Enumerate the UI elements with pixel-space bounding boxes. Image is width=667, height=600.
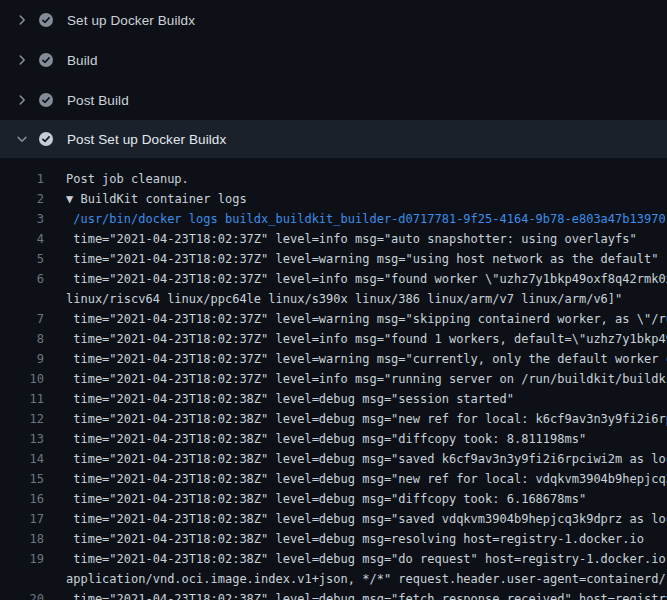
line-number[interactable]: 7 [0,309,44,329]
line-number[interactable]: 11 [0,389,44,409]
step-title: Set up Docker Buildx [67,13,195,28]
check-circle-icon [38,131,54,147]
log-text: time="2021-04-23T18:02:38Z" level=debug … [66,509,667,529]
log-line-wrap: linux/riscv64 linux/ppc64le linux/s390x … [0,289,667,309]
log-text: Post job cleanup. [66,169,667,189]
log-text: time="2021-04-23T18:02:37Z" level=warnin… [66,349,667,369]
line-number[interactable]: 8 [0,329,44,349]
line-number[interactable]: 9 [0,349,44,369]
step-list: Set up Docker BuildxBuildPost BuildPost … [0,0,667,158]
log-line: 20 time="2021-04-23T18:02:38Z" level=deb… [0,589,667,600]
line-number[interactable]: 20 [0,589,44,600]
log-text: time="2021-04-23T18:02:37Z" level=info m… [66,229,667,249]
log-line: 1Post job cleanup. [0,169,667,189]
log-text: time="2021-04-23T18:02:38Z" level=debug … [66,429,667,449]
log-line: 10 time="2021-04-23T18:02:37Z" level=inf… [0,369,667,389]
log-text: application/vnd.oci.image.index.v1+json,… [66,569,667,589]
log-text: time="2021-04-23T18:02:38Z" level=debug … [66,469,667,489]
log-text: time="2021-04-23T18:02:38Z" level=debug … [66,389,667,409]
line-number[interactable]: 15 [0,469,44,489]
step-header-post-set-up-docker-buildx[interactable]: Post Set up Docker Buildx [0,120,667,158]
step-header-post-build[interactable]: Post Build [0,80,667,120]
check-circle-icon [38,92,54,108]
line-number[interactable]: 14 [0,449,44,469]
line-number[interactable]: 10 [0,369,44,389]
log-line: 13 time="2021-04-23T18:02:38Z" level=deb… [0,429,667,449]
log-line: 6 time="2021-04-23T18:02:37Z" level=info… [0,269,667,289]
chevron-right-icon[interactable] [14,12,30,28]
log-line: 17 time="2021-04-23T18:02:38Z" level=deb… [0,509,667,529]
line-number[interactable]: 3 [0,209,44,229]
log-text: linux/riscv64 linux/ppc64le linux/s390x … [66,289,667,309]
log-line: 9 time="2021-04-23T18:02:37Z" level=warn… [0,349,667,369]
log-text: time="2021-04-23T18:02:38Z" level=debug … [66,549,667,569]
line-number [0,289,44,309]
log-line: 16 time="2021-04-23T18:02:38Z" level=deb… [0,489,667,509]
log-line-wrap: application/vnd.oci.image.index.v1+json,… [0,569,667,589]
step-title: Build [67,53,98,68]
chevron-right-icon[interactable] [14,92,30,108]
log-lines: 1Post job cleanup.2▼ BuildKit container … [0,169,667,600]
log-line: 18 time="2021-04-23T18:02:38Z" level=deb… [0,529,667,549]
log-line: 4 time="2021-04-23T18:02:37Z" level=info… [0,229,667,249]
line-number[interactable]: 1 [0,169,44,189]
line-number[interactable]: 19 [0,549,44,569]
log-line: 14 time="2021-04-23T18:02:38Z" level=deb… [0,449,667,469]
chevron-right-icon[interactable] [14,52,30,68]
chevron-down-icon[interactable] [14,131,30,147]
step-title: Post Set up Docker Buildx [67,132,226,147]
log-text: time="2021-04-23T18:02:38Z" level=debug … [66,529,667,549]
check-circle-icon [38,52,54,68]
log-line: 19 time="2021-04-23T18:02:38Z" level=deb… [0,549,667,569]
line-number[interactable]: 4 [0,229,44,249]
line-number[interactable]: 5 [0,249,44,269]
log-container: 1Post job cleanup.2▼ BuildKit container … [0,158,667,600]
step-title: Post Build [67,93,129,108]
log-text: time="2021-04-23T18:02:37Z" level=info m… [66,269,667,289]
line-number[interactable]: 2 [0,189,44,209]
line-number[interactable]: 16 [0,489,44,509]
log-command-text: /usr/bin/docker logs buildx_buildkit_bui… [66,209,667,229]
log-text: time="2021-04-23T18:02:37Z" level=info m… [66,329,667,349]
log-line: 8 time="2021-04-23T18:02:37Z" level=info… [0,329,667,349]
log-text: time="2021-04-23T18:02:37Z" level=warnin… [66,249,667,269]
log-line: 15 time="2021-04-23T18:02:38Z" level=deb… [0,469,667,489]
log-group-header[interactable]: ▼ BuildKit container logs [66,189,667,209]
log-line: 11 time="2021-04-23T18:02:38Z" level=deb… [0,389,667,409]
log-text: time="2021-04-23T18:02:38Z" level=debug … [66,589,667,600]
line-number[interactable]: 17 [0,509,44,529]
log-line: 7 time="2021-04-23T18:02:37Z" level=warn… [0,309,667,329]
line-number[interactable]: 18 [0,529,44,549]
log-line: 5 time="2021-04-23T18:02:37Z" level=warn… [0,249,667,269]
line-number[interactable]: 6 [0,269,44,289]
log-text: time="2021-04-23T18:02:37Z" level=warnin… [66,309,667,329]
line-number[interactable]: 13 [0,429,44,449]
step-header-build[interactable]: Build [0,40,667,80]
log-text: time="2021-04-23T18:02:38Z" level=debug … [66,489,667,509]
line-number[interactable]: 12 [0,409,44,429]
log-line: 3 /usr/bin/docker logs buildx_buildkit_b… [0,209,667,229]
line-number [0,569,44,589]
step-header-set-up-docker-buildx[interactable]: Set up Docker Buildx [0,0,667,40]
log-text: time="2021-04-23T18:02:37Z" level=info m… [66,369,667,389]
log-line: 2▼ BuildKit container logs [0,189,667,209]
log-text: time="2021-04-23T18:02:38Z" level=debug … [66,409,667,429]
check-circle-icon [38,12,54,28]
log-text: time="2021-04-23T18:02:38Z" level=debug … [66,449,667,469]
log-group-title[interactable]: BuildKit container logs [73,192,246,206]
log-line: 12 time="2021-04-23T18:02:38Z" level=deb… [0,409,667,429]
